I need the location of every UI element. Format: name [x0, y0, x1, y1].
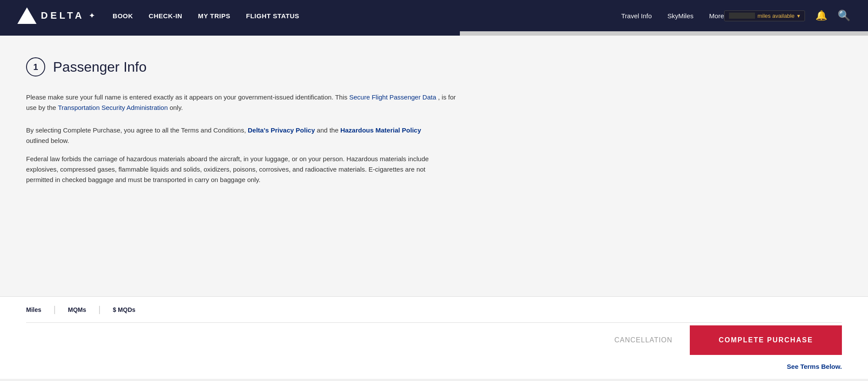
navigation: DELTA ✦ BOOK CHECK-IN MY TRIPS FLIGHT ST… [0, 0, 868, 31]
footer: Miles | MQMs | $ MQDs CANCELLATION COMPL… [0, 296, 868, 379]
footer-bar: Miles | MQMs | $ MQDs CANCELLATION COMPL… [0, 296, 868, 358]
info-intro-text: Please make sure your full name is enter… [26, 93, 347, 101]
progress-filled [0, 31, 460, 36]
logo-text: DELTA [41, 10, 84, 21]
complete-purchase-button[interactable]: COMPLETE PURCHASE [690, 325, 842, 355]
logo[interactable]: DELTA ✦ [17, 7, 95, 24]
footer-top: Miles | MQMs | $ MQDs [26, 297, 842, 323]
search-icon[interactable]: 🔍 [838, 10, 851, 22]
nav-travel-info[interactable]: Travel Info [621, 12, 652, 20]
secure-flight-link[interactable]: Secure Flight Passenger Data [349, 93, 436, 101]
hazmat-policy-link[interactable]: Hazardous Material Policy [340, 126, 421, 134]
privacy-policy-link[interactable]: Delta's Privacy Policy [248, 126, 315, 134]
primary-nav: BOOK CHECK-IN MY TRIPS FLIGHT STATUS [113, 12, 621, 20]
miles-tab[interactable]: Miles [26, 306, 53, 313]
step-indicator: 1 [26, 57, 45, 76]
see-terms-link[interactable]: See Terms Below. [787, 363, 842, 370]
miles-label: miles available [758, 13, 795, 19]
miles-display[interactable]: miles available ▾ [724, 10, 805, 21]
cancellation-button[interactable]: CANCELLATION [614, 336, 672, 344]
footer-bottom: CANCELLATION COMPLETE PURCHASE [26, 323, 842, 358]
dropdown-arrow-icon: ▾ [797, 13, 800, 19]
secondary-nav: Travel Info SkyMiles More [621, 12, 724, 20]
mqds-tab[interactable]: $ MQDs [113, 306, 147, 313]
bell-icon[interactable]: 🔔 [815, 10, 827, 21]
nav-my-trips[interactable]: MY TRIPS [198, 12, 230, 20]
nav-check-in[interactable]: CHECK-IN [149, 12, 182, 20]
divider-1: | [53, 305, 68, 315]
delta-triangle-icon [17, 7, 37, 24]
mqms-tab[interactable]: MQMs [68, 306, 98, 313]
nav-book[interactable]: BOOK [113, 12, 133, 20]
hazmat-paragraph: Federal law forbids the carriage of haza… [26, 154, 448, 185]
terms-paragraph: By selecting Complete Purchase, you agre… [26, 125, 448, 146]
progress-empty [460, 31, 868, 36]
terms-end-text: outlined below. [26, 137, 69, 144]
page-title: Passenger Info [53, 59, 146, 75]
delta-wings-icon: ✦ [89, 11, 95, 20]
main-content: 1 Passenger Info Please make sure your f… [0, 36, 868, 296]
divider-2: | [98, 305, 113, 315]
see-terms-container: See Terms Below. [0, 358, 868, 379]
page-header: 1 Passenger Info [26, 57, 842, 76]
terms-middle-text: and the [317, 126, 339, 134]
nav-right-actions: miles available ▾ 🔔 🔍 [724, 10, 851, 22]
miles-amount-redacted [729, 13, 755, 19]
step-number: 1 [33, 62, 38, 72]
nav-skymiles[interactable]: SkyMiles [668, 12, 694, 20]
tsa-link[interactable]: Transportation Security Administration [58, 104, 168, 111]
progress-bar [0, 31, 868, 36]
nav-flight-status[interactable]: FLIGHT STATUS [246, 12, 299, 20]
nav-more[interactable]: More [709, 12, 724, 20]
passenger-info-paragraph: Please make sure your full name is enter… [26, 92, 461, 113]
terms-intro-text: By selecting Complete Purchase, you agre… [26, 126, 246, 134]
info-end-text: only. [170, 104, 183, 111]
